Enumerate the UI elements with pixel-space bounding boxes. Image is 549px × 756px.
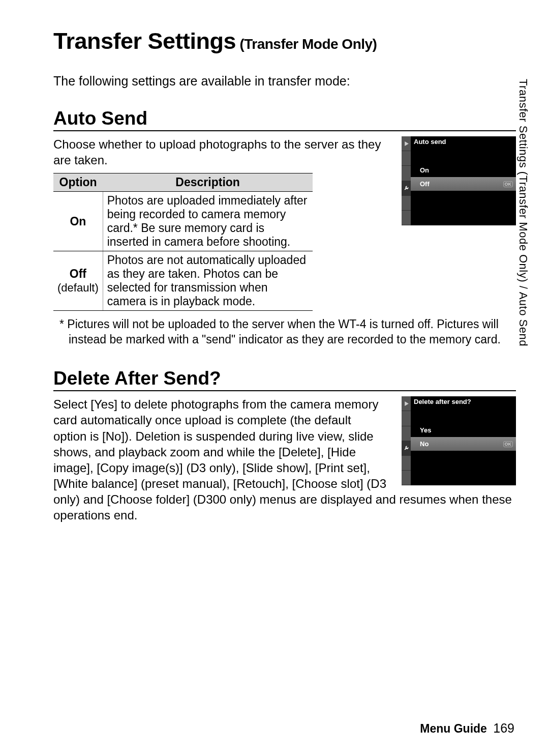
table-row: Off (default) Photos are not automatical… — [53, 251, 313, 311]
table-header-row: Option Description — [53, 173, 313, 192]
auto-send-footnote: * Pictures will not be uploaded to the s… — [53, 317, 516, 347]
menu-item-off[interactable]: Off OK — [411, 177, 516, 191]
camera-side-tabs — [402, 396, 411, 485]
ok-badge: OK — [503, 181, 513, 187]
menu-item-on[interactable]: On — [411, 163, 516, 177]
auto-send-content: Choose whether to upload photographs to … — [53, 136, 516, 311]
camera-icon — [402, 151, 411, 166]
footer-section: Menu Guide — [420, 722, 487, 735]
table-row: On Photos are uploaded immediately after… — [53, 192, 313, 251]
menu-title: Auto send — [411, 136, 516, 147]
option-desc-on: Photos are uploaded immediately after be… — [103, 192, 313, 251]
camera-side-tabs — [402, 136, 411, 225]
option-desc-off: Photos are not automatically uploaded as… — [103, 251, 313, 311]
pencil-icon — [402, 426, 411, 441]
svg-marker-0 — [405, 141, 409, 146]
auto-send-description: Choose whether to upload photographs to … — [53, 136, 386, 168]
delete-after-screenshot: Delete after send? Yes No OK — [402, 396, 516, 485]
option-name-off: Off (default) — [53, 251, 103, 311]
auto-send-screenshot: Auto send On Off OK — [402, 136, 516, 225]
menu-item-yes[interactable]: Yes — [411, 423, 516, 437]
page-footer: Menu Guide 169 — [420, 721, 514, 736]
header-description: Description — [103, 173, 313, 192]
pencil-icon — [402, 166, 411, 181]
wrench-icon — [402, 441, 411, 456]
header-option: Option — [53, 173, 103, 192]
section-heading-auto-send: Auto Send — [53, 108, 516, 131]
auto-send-table: Option Description On Photos are uploade… — [53, 173, 313, 311]
retouch-icon — [402, 196, 411, 211]
option-name-on: On — [53, 192, 103, 251]
play-icon — [402, 396, 411, 411]
wrench-icon — [402, 181, 411, 196]
margin-breadcrumb: Transfer Settings (Transfer Mode Only) /… — [516, 79, 530, 346]
page-number: 169 — [493, 721, 514, 735]
title-main: Transfer Settings — [53, 28, 236, 54]
play-icon — [402, 136, 411, 151]
camera-icon — [402, 411, 411, 426]
menu-item-no[interactable]: No OK — [411, 437, 516, 451]
myMenu-icon — [402, 211, 411, 225]
retouch-icon — [402, 456, 411, 471]
svg-marker-1 — [405, 401, 409, 406]
title-sub: (Transfer Mode Only) — [236, 36, 377, 52]
intro-text: The following settings are available in … — [53, 74, 516, 89]
page-title: Transfer Settings (Transfer Mode Only) — [53, 28, 516, 54]
myMenu-icon — [402, 471, 411, 485]
menu-title: Delete after send? — [411, 396, 516, 407]
section-heading-delete: Delete After Send? — [53, 368, 516, 391]
ok-badge: OK — [503, 441, 513, 447]
